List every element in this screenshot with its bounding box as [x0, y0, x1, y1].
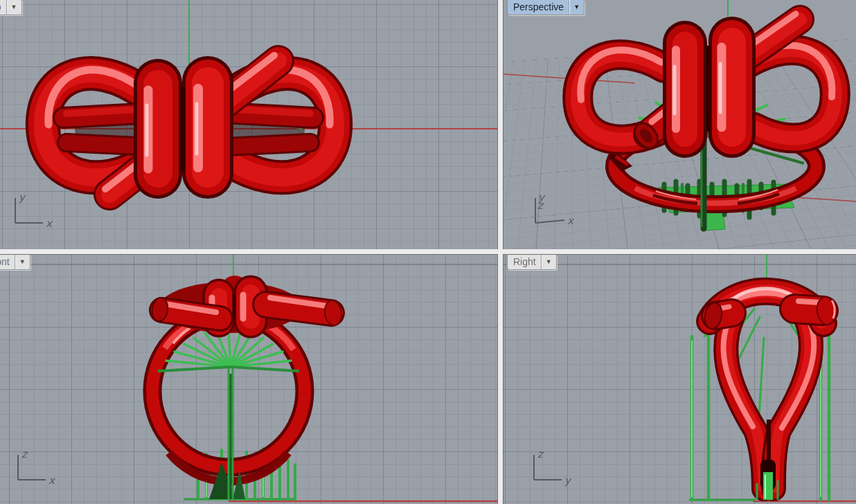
viewport-title: Top — [0, 1, 6, 14]
viewport-tab-front[interactable]: Front ▼ — [0, 255, 30, 270]
axis-label-vertical: y — [19, 191, 26, 204]
viewport-dropdown-icon[interactable]: ▼ — [570, 3, 584, 11]
axis-gizmo-icon: y z x — [527, 190, 576, 231]
cad-four-viewport-window: Top ▼ y x — [0, 0, 856, 504]
viewport-dropdown-icon[interactable]: ▼ — [16, 258, 30, 266]
axis-label-horizontal: x — [567, 215, 575, 227]
viewport-right-canvas[interactable]: Right ▼ z y — [503, 254, 856, 504]
viewport-tab-right[interactable]: Right ▼ — [507, 255, 557, 270]
viewport-tab-top[interactable]: Top ▼ — [0, 0, 22, 15]
viewport-splitter-horizontal[interactable] — [0, 249, 856, 254]
axis-label-vertical: z — [21, 448, 28, 460]
viewport-front-canvas[interactable]: Front ▼ z x — [0, 254, 498, 504]
viewport-perspective-canvas[interactable]: Perspective ▼ y z x — [503, 0, 856, 250]
viewport-dropdown-icon[interactable]: ▼ — [542, 258, 556, 266]
axis-label-horizontal: y — [564, 474, 571, 487]
axis-label-horizontal: x — [46, 217, 53, 230]
model-front-view — [0, 255, 497, 504]
axis-label-horizontal: x — [48, 474, 55, 487]
model-top-view — [0, 0, 497, 249]
axis-gizmo-icon: z y — [527, 448, 571, 488]
axis-gizmo-icon: y x — [8, 191, 53, 231]
viewport-title: Perspective — [508, 1, 569, 14]
axis-label-vertical: z — [537, 448, 544, 460]
viewport-tab-perspective[interactable]: Perspective ▼ — [507, 0, 585, 15]
viewport-title: Front — [0, 256, 15, 269]
viewport-title: Right — [508, 256, 541, 269]
axis-gizmo-icon: z x — [11, 448, 55, 488]
viewport-top-canvas[interactable]: Top ▼ y x — [0, 0, 498, 250]
viewport-dropdown-icon[interactable]: ▼ — [8, 3, 21, 11]
